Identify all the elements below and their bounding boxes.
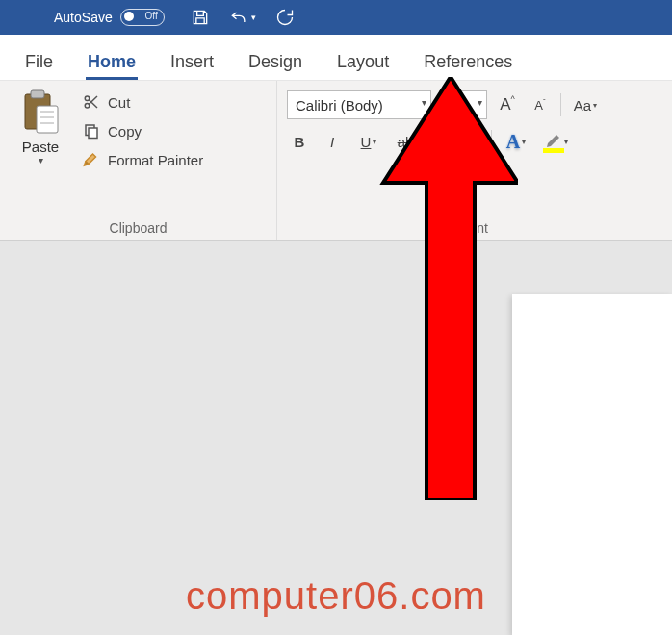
- font-size-value: 11: [446, 97, 462, 114]
- group-font: Calibri (Body) ▾ 11 ▾ A^ Aˇ Aa▾: [277, 81, 672, 240]
- copy-icon: [81, 121, 102, 140]
- font-name-select[interactable]: Calibri (Body) ▾: [287, 90, 431, 119]
- format-painter-label: Format Painter: [108, 152, 203, 168]
- title-bar: AutoSave Off ▾: [0, 0, 672, 35]
- watermark-text: computer06.com: [0, 574, 672, 618]
- tab-layout[interactable]: Layout: [320, 42, 406, 80]
- group-label-clipboard: Clipboard: [10, 215, 267, 236]
- chevron-down-icon: ▾: [593, 101, 597, 110]
- chevron-down-icon: ▾: [478, 97, 482, 108]
- italic-button[interactable]: I: [320, 129, 345, 154]
- svg-rect-2: [37, 106, 58, 133]
- redo-button[interactable]: [271, 3, 299, 32]
- grow-font-button[interactable]: A^: [495, 92, 520, 117]
- paste-icon: [19, 89, 62, 135]
- copy-button[interactable]: Copy: [77, 119, 207, 142]
- tab-file[interactable]: File: [8, 42, 70, 80]
- chevron-down-icon: ▾: [564, 138, 568, 146]
- shrink-font-button[interactable]: Aˇ: [528, 92, 553, 117]
- superscript-button[interactable]: x2: [458, 129, 483, 154]
- change-case-button[interactable]: Aa▾: [569, 92, 602, 117]
- text-effects-button[interactable]: A ▾: [500, 129, 532, 154]
- svg-point-6: [85, 96, 90, 101]
- paste-label: Paste: [22, 139, 59, 155]
- format-painter-button[interactable]: Format Painter: [77, 148, 207, 171]
- strikethrough-button[interactable]: ab: [393, 129, 418, 154]
- cut-label: Cut: [108, 94, 130, 111]
- text-effects-icon: A: [506, 131, 520, 153]
- strike-icon: ab: [398, 134, 414, 150]
- chevron-down-icon: ▾: [251, 13, 256, 22]
- chevron-down-icon: ▾: [522, 138, 526, 146]
- cut-button[interactable]: Cut: [77, 90, 207, 114]
- tab-insert[interactable]: Insert: [153, 42, 231, 80]
- chevron-down-icon: ▾: [39, 155, 43, 165]
- tab-design[interactable]: Design: [231, 42, 320, 80]
- tab-references[interactable]: References: [406, 42, 530, 80]
- save-button[interactable]: [186, 3, 215, 32]
- quick-access-toolbar: ▾: [186, 3, 299, 32]
- autosave-toggle[interactable]: Off: [120, 9, 165, 26]
- autosave-state: Off: [145, 11, 158, 21]
- divider: [560, 93, 561, 116]
- chevron-down-icon: ▾: [422, 97, 426, 108]
- copy-label: Copy: [108, 123, 142, 140]
- font-name-value: Calibri (Body): [296, 97, 383, 114]
- ribbon-tabs: File Home Insert Design Layout Reference…: [0, 35, 672, 81]
- tab-home[interactable]: Home: [70, 42, 153, 80]
- autosave-label: AutoSave: [54, 10, 113, 25]
- highlight-icon: [545, 134, 562, 149]
- save-icon: [191, 8, 210, 27]
- scissors-icon: [81, 92, 102, 112]
- chevron-down-icon: ▾: [373, 138, 376, 146]
- svg-rect-9: [89, 128, 97, 139]
- underline-button[interactable]: U▾: [352, 129, 385, 154]
- highlight-button[interactable]: ▾: [540, 129, 573, 154]
- bold-button[interactable]: B: [287, 129, 312, 154]
- undo-button[interactable]: ▾: [228, 3, 257, 32]
- group-clipboard: Paste ▾ Cut: [0, 81, 277, 240]
- svg-point-7: [85, 104, 90, 109]
- undo-icon: [228, 8, 249, 27]
- paste-button[interactable]: Paste ▾: [10, 87, 71, 171]
- subscript-button[interactable]: x2: [426, 129, 451, 154]
- toggle-knob-icon: [124, 12, 134, 21]
- group-label-font: Font: [287, 215, 662, 236]
- svg-rect-1: [31, 90, 44, 98]
- ribbon: Paste ▾ Cut: [0, 81, 672, 241]
- brush-icon: [81, 150, 102, 169]
- font-size-select[interactable]: 11 ▾: [439, 90, 487, 119]
- redo-icon: [275, 8, 295, 27]
- divider: [491, 130, 492, 153]
